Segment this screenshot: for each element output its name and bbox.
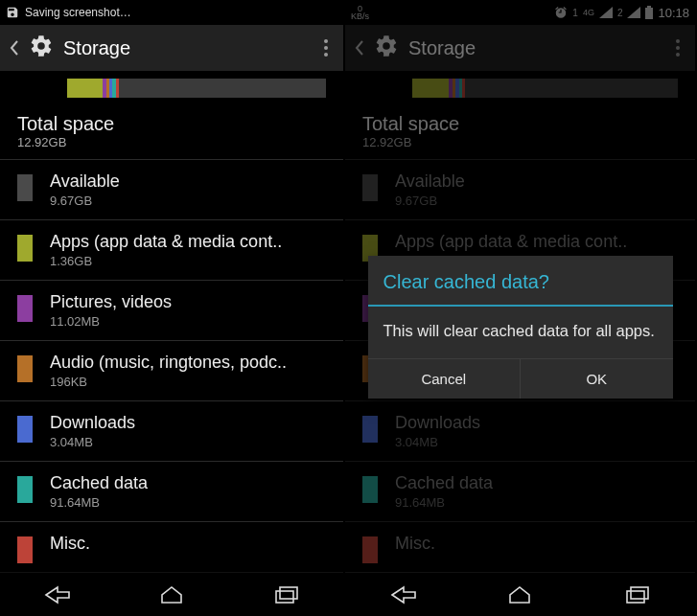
nav-recents-icon[interactable] <box>623 585 650 605</box>
nav-back-icon[interactable] <box>390 585 417 605</box>
storage-row[interactable]: Pictures, videos11.02MB <box>0 281 343 340</box>
storage-row[interactable]: Misc. <box>0 522 343 575</box>
phone-right: 0 KB/s 1 4G 2 10:18 Storage <box>345 0 695 616</box>
nav-home-icon[interactable] <box>158 585 185 605</box>
category-color-swatch <box>17 536 33 563</box>
storage-row-value: 1.36GB <box>50 254 326 268</box>
action-bar: Storage <box>0 25 343 71</box>
total-space-title: Total space <box>0 107 343 135</box>
storage-row[interactable]: Downloads3.04MB <box>0 401 343 461</box>
status-bar: Saving screenshot… <box>0 0 343 25</box>
storage-row-value: 11.02MB <box>50 314 326 329</box>
storage-row[interactable]: Cached data91.64MB <box>0 462 343 521</box>
nav-bar <box>345 572 695 616</box>
phone-left: Saving screenshot… Storage Total space 1… <box>0 0 345 616</box>
usage-segment <box>119 79 326 98</box>
nav-home-icon[interactable] <box>506 585 533 605</box>
storage-usage-bar <box>67 79 326 98</box>
settings-gear-icon <box>29 34 54 62</box>
status-text: Saving screenshot… <box>25 6 131 19</box>
storage-row-label: Audio (music, ringtones, podc.. <box>50 353 326 373</box>
storage-row-label: Pictures, videos <box>50 292 326 312</box>
back-icon[interactable] <box>10 39 19 57</box>
storage-row-value: 91.64MB <box>50 495 326 510</box>
nav-recents-icon[interactable] <box>272 585 299 605</box>
storage-row[interactable]: Audio (music, ringtones, podc..196KB <box>0 341 343 400</box>
dialog-title: Clear cached data? <box>368 256 673 305</box>
dialog-scrim: Clear cached data? This will clear cache… <box>345 0 695 616</box>
dialog-message: This will clear cached data for all apps… <box>368 307 673 358</box>
storage-row-label: Downloads <box>50 413 326 433</box>
dialog-ok-button[interactable]: OK <box>520 359 673 399</box>
category-color-swatch <box>17 355 33 382</box>
category-color-swatch <box>17 235 33 262</box>
svg-rect-4 <box>627 591 644 603</box>
dialog-cancel-button[interactable]: Cancel <box>368 359 521 399</box>
save-icon <box>6 6 19 19</box>
nav-back-icon[interactable] <box>44 585 71 605</box>
svg-rect-5 <box>631 587 648 599</box>
category-color-swatch <box>17 174 33 201</box>
usage-segment <box>67 79 103 98</box>
storage-row[interactable]: Apps (app data & media cont..1.36GB <box>0 220 343 280</box>
storage-row[interactable]: Available9.67GB <box>0 160 343 219</box>
overflow-menu-icon[interactable] <box>318 34 334 62</box>
svg-rect-0 <box>276 591 293 603</box>
status-left: Saving screenshot… <box>6 6 131 19</box>
category-color-swatch <box>17 476 33 503</box>
storage-row-value: 3.04MB <box>50 435 326 449</box>
storage-row-label: Misc. <box>50 534 326 554</box>
storage-rows: Available9.67GBApps (app data & media co… <box>0 160 343 576</box>
clear-cache-dialog: Clear cached data? This will clear cache… <box>368 256 673 399</box>
storage-row-label: Available <box>50 171 326 192</box>
svg-rect-1 <box>280 587 297 599</box>
dialog-buttons: Cancel OK <box>368 358 673 399</box>
category-color-swatch <box>17 416 33 443</box>
storage-row-value: 196KB <box>50 375 326 389</box>
total-space-value: 12.92GB <box>0 135 343 159</box>
actionbar-title: Storage <box>63 37 309 59</box>
storage-row-value: 9.67GB <box>50 194 326 208</box>
storage-row-label: Apps (app data & media cont.. <box>50 232 326 252</box>
storage-row-label: Cached data <box>50 473 326 493</box>
category-color-swatch <box>17 295 33 322</box>
nav-bar <box>0 572 343 616</box>
